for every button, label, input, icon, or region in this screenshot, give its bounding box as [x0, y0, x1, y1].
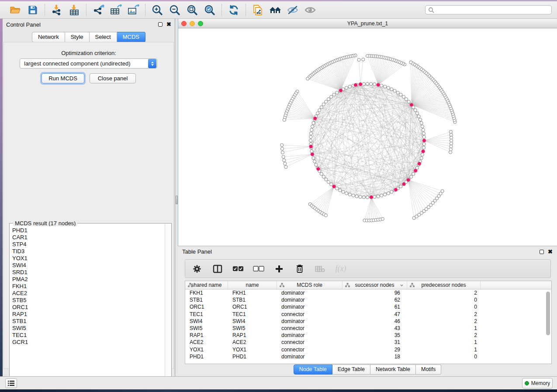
select-all-columns-icon[interactable]	[232, 263, 244, 275]
table-scrollbar[interactable]	[546, 291, 550, 361]
mcds-result-item[interactable]: FKH1	[12, 283, 165, 290]
cell-predecessor_nodes: 1	[407, 339, 481, 345]
column-header-shared-name[interactable]: shared name	[185, 281, 228, 289]
tab-network[interactable]: Network	[32, 32, 65, 42]
tab-network-table[interactable]: Network Table	[370, 364, 416, 375]
cell-shared_name: ORC1	[185, 304, 228, 310]
zoom-out-icon[interactable]	[168, 3, 181, 17]
network-canvas[interactable]	[178, 28, 557, 246]
table-row[interactable]: SWI4SWI4dominator462	[185, 318, 551, 325]
table-row[interactable]: STB1STB1dominator620	[185, 296, 551, 303]
table-panel-title: Table Panel	[182, 248, 212, 255]
mcds-result-title: MCDS result (17 nodes)	[13, 220, 77, 227]
tab-edge-table[interactable]: Edge Table	[332, 364, 370, 375]
mcds-result-item[interactable]: STB1	[12, 318, 165, 325]
mcds-result-item[interactable]: TEC1	[12, 332, 165, 339]
search-box[interactable]	[425, 5, 552, 14]
task-history-button[interactable]	[5, 378, 17, 388]
save-session-icon[interactable]	[26, 3, 39, 17]
float-panel-icon[interactable]	[540, 250, 544, 254]
mcds-result-item[interactable]: TID3	[12, 248, 165, 255]
function-builder-icon[interactable]: f(x)	[335, 263, 346, 275]
column-panel-icon[interactable]	[212, 263, 223, 275]
close-panel-icon[interactable]: ✖	[548, 250, 553, 254]
network-view-window: YPA_prune.txt_1	[178, 19, 557, 246]
table-row[interactable]: TEC1TEC1connector472	[185, 311, 551, 318]
table-row[interactable]: ORC1ORC1dominator610	[185, 303, 551, 310]
mcds-result-item[interactable]: YOX1	[12, 255, 165, 262]
column-header-name[interactable]: name	[228, 281, 277, 289]
table-scrollbar-thumb[interactable]	[546, 292, 550, 335]
status-bar: Memory	[0, 376, 557, 389]
mcds-result-item[interactable]: SWI5	[12, 325, 165, 332]
zoom-selected-icon[interactable]	[203, 3, 216, 17]
node-table[interactable]: shared name name MCDS role successor nod…	[185, 281, 552, 364]
export-network-icon[interactable]	[92, 3, 105, 17]
mcds-result-item[interactable]: ACE2	[12, 290, 165, 297]
mcds-result-item[interactable]: STB5	[12, 297, 165, 304]
mcds-result-scrollbar[interactable]	[165, 224, 171, 385]
zoom-fit-icon[interactable]	[186, 3, 199, 17]
mcds-result-list[interactable]: PHD1CAR1STP4TID3YOX1SWI4SRD1PMA2FKH1ACE2…	[10, 226, 165, 385]
mcds-result-item[interactable]: CAR1	[12, 234, 165, 241]
mcds-result-item[interactable]: GCR1	[12, 339, 165, 346]
open-file-icon[interactable]	[9, 3, 22, 17]
mcds-result-item[interactable]: SRD1	[12, 269, 165, 276]
first-neighbors-icon[interactable]	[269, 3, 282, 17]
cell-name: SWI4	[228, 318, 277, 324]
cell-predecessor_nodes: 2	[407, 311, 481, 317]
close-panel-icon[interactable]: ✖	[166, 22, 171, 27]
criterion-selected-value: largest connected component (undirected)	[20, 60, 148, 67]
import-network-icon[interactable]	[50, 3, 63, 17]
table-row[interactable]: YOX1YOX1connector291	[185, 346, 551, 353]
column-header-mcds-role[interactable]: MCDS role	[277, 281, 343, 289]
table-row[interactable]: PHD1PHD1dominator180	[185, 353, 551, 360]
refresh-layout-icon[interactable]	[227, 3, 240, 17]
mcds-result-item[interactable]: STP4	[12, 241, 165, 248]
optimization-criterion-label: Optimization criterion:	[4, 50, 173, 56]
tab-mcds[interactable]: MCDS	[117, 32, 145, 42]
mcds-result-item[interactable]: RAP1	[12, 311, 165, 318]
cell-mcds_role: connector	[277, 311, 343, 317]
mcds-result-item[interactable]: SWI4	[12, 262, 165, 269]
mcds-result-item[interactable]: PMA2	[12, 276, 165, 283]
table-row[interactable]: FKH1FKH1dominator962	[185, 289, 551, 296]
tab-select[interactable]: Select	[90, 32, 117, 42]
tab-node-table[interactable]: Node Table	[294, 364, 332, 375]
cell-predecessor_nodes: 1	[407, 325, 481, 331]
table-row[interactable]: RAP1RAP1dominator352	[185, 332, 551, 339]
delete-column-icon[interactable]	[294, 263, 305, 275]
copy-network-icon[interactable]	[251, 3, 264, 17]
table-row[interactable]: SWI5SWI5connector431	[185, 325, 551, 332]
add-column-icon[interactable]	[273, 263, 285, 275]
cell-mcds_role: dominator	[277, 332, 343, 338]
export-image-icon[interactable]	[127, 3, 140, 17]
close-panel-button[interactable]: Close panel	[90, 73, 136, 83]
criterion-select[interactable]: largest connected component (undirected)	[20, 58, 157, 69]
zoom-in-icon[interactable]	[151, 3, 164, 17]
mcds-result-item[interactable]: PHD1	[12, 227, 165, 234]
show-details-icon[interactable]	[304, 3, 317, 17]
unselect-all-columns-icon[interactable]	[253, 263, 264, 275]
memory-button[interactable]: Memory	[522, 378, 553, 389]
mcds-result-item[interactable]: ORC1	[12, 304, 165, 311]
delete-table-icon[interactable]	[315, 263, 326, 275]
run-mcds-button[interactable]: Run MCDS	[42, 73, 84, 83]
attribute-tree-icon	[188, 283, 193, 287]
panel-splitter[interactable]	[175, 19, 178, 376]
search-input[interactable]	[434, 7, 549, 13]
column-header-successor-nodes[interactable]: successor nodes	[343, 281, 407, 289]
table-options-icon[interactable]	[191, 263, 203, 275]
import-table-icon[interactable]	[68, 3, 81, 17]
tab-style[interactable]: Style	[65, 32, 90, 42]
network-window-title: YPA_prune.txt_1	[178, 21, 557, 27]
float-panel-icon[interactable]	[158, 22, 163, 27]
cell-successor_nodes: 61	[343, 304, 407, 310]
table-row[interactable]: ACE2ACE2connector311	[185, 339, 551, 346]
cell-successor_nodes: 29	[343, 347, 407, 353]
export-table-icon[interactable]	[109, 3, 122, 17]
tab-motifs[interactable]: Motifs	[416, 364, 441, 375]
column-header-predecessor-nodes[interactable]: predecessor nodes	[407, 281, 481, 289]
cell-predecessor_nodes: 2	[407, 290, 481, 296]
hide-details-icon[interactable]	[286, 3, 299, 17]
